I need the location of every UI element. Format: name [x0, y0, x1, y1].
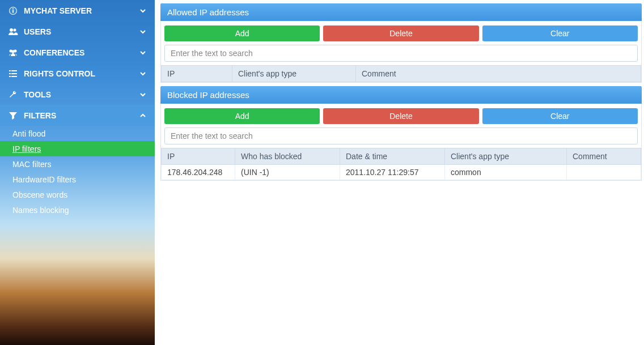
table-row[interactable]: 178.46.204.248 (UIN -1) 2011.10.27 11:29…	[162, 165, 641, 180]
svg-rect-2	[12, 10, 14, 12]
allowed-clear-button[interactable]: Clear	[482, 25, 638, 41]
sub-obscene-words[interactable]: Obscene words	[0, 187, 155, 202]
nav-conferences[interactable]: CONFERENCES	[0, 42, 155, 63]
cell-client-type: common	[445, 165, 567, 180]
col-client-type[interactable]: Client's app type	[445, 148, 567, 165]
chevron-down-icon	[139, 28, 147, 36]
col-ip[interactable]: IP	[162, 66, 232, 82]
cell-who: (UIN -1)	[235, 165, 340, 180]
col-who[interactable]: Who has blocked	[235, 148, 340, 165]
allowed-panel-body: Add Delete Clear IP Client's app type Co…	[160, 21, 642, 83]
nav-users[interactable]: USERS	[0, 21, 155, 42]
allowed-delete-button[interactable]: Delete	[323, 25, 478, 41]
svg-rect-13	[9, 76, 11, 77]
group-icon	[8, 48, 18, 58]
nav-tools[interactable]: TOOLS	[0, 84, 155, 105]
sub-hardwareid-filters[interactable]: HardwareID filters	[0, 172, 155, 187]
col-client-type[interactable]: Client's app type	[232, 66, 356, 82]
nav-filters[interactable]: FILTERS	[0, 105, 155, 126]
cell-ip: 178.46.204.248	[162, 165, 235, 180]
nav-label: MYCHAT SERVER	[24, 6, 92, 15]
nav-mychat-server[interactable]: MYCHAT SERVER	[0, 0, 155, 21]
svg-rect-9	[9, 70, 11, 71]
cell-datetime: 2011.10.27 11:29:57	[340, 165, 445, 180]
allowed-toolbar: Add Delete Clear	[161, 21, 641, 45]
chevron-up-icon	[139, 112, 147, 120]
blocked-search-input[interactable]	[164, 127, 638, 144]
blocked-delete-button[interactable]: Delete	[323, 108, 478, 124]
allowed-add-button[interactable]: Add	[164, 25, 320, 41]
allowed-panel-title: Allowed IP addresses	[160, 3, 642, 21]
svg-rect-12	[11, 73, 17, 74]
svg-point-4	[10, 28, 13, 32]
blocked-table: IP Who has blocked Date & time Client's …	[161, 148, 641, 180]
svg-rect-10	[11, 70, 17, 71]
cell-comment	[567, 165, 641, 180]
col-comment[interactable]: Comment	[356, 66, 641, 82]
nav-label: USERS	[24, 27, 51, 36]
filter-icon	[8, 110, 18, 121]
sub-mac-filters[interactable]: MAC filters	[0, 156, 155, 172]
wrench-icon	[8, 90, 18, 100]
col-datetime[interactable]: Date & time	[340, 148, 445, 165]
svg-point-8	[11, 50, 15, 53]
blocked-clear-button[interactable]: Clear	[482, 108, 638, 124]
chevron-down-icon	[139, 7, 147, 15]
blocked-toolbar: Add Delete Clear	[161, 104, 641, 127]
svg-rect-11	[9, 73, 11, 74]
allowed-search-input[interactable]	[164, 45, 638, 62]
blocked-panel-body: Add Delete Clear IP Who has blocked Date…	[160, 104, 642, 181]
users-icon	[8, 27, 18, 37]
chevron-down-icon	[139, 70, 147, 78]
col-ip[interactable]: IP	[162, 148, 235, 165]
nav-label: TOOLS	[24, 90, 51, 99]
blocked-panel: Blocked IP addresses Add Delete Clear IP…	[160, 86, 642, 181]
allowed-panel: Allowed IP addresses Add Delete Clear IP…	[160, 3, 642, 83]
svg-rect-14	[11, 76, 17, 77]
sub-names-blocking[interactable]: Names blocking	[0, 202, 155, 218]
svg-point-5	[14, 28, 16, 31]
info-icon	[8, 6, 18, 16]
nav-label: RIGHTS CONTROL	[24, 69, 95, 78]
nav-label: CONFERENCES	[24, 48, 84, 57]
chevron-down-icon	[139, 49, 147, 57]
svg-point-3	[12, 8, 14, 9]
allowed-table: IP Client's app type Comment	[161, 65, 641, 82]
chevron-down-icon	[139, 91, 147, 99]
col-comment[interactable]: Comment	[567, 148, 641, 165]
nav-rights-control[interactable]: RIGHTS CONTROL	[0, 63, 155, 84]
blocked-add-button[interactable]: Add	[164, 108, 320, 124]
list-icon	[8, 69, 18, 79]
nav-label: FILTERS	[24, 111, 56, 120]
sub-anti-flood[interactable]: Anti flood	[0, 126, 155, 141]
sidebar: MYCHAT SERVER USERS CONFERENCES RIGHTS C…	[0, 0, 155, 345]
main-content: Allowed IP addresses Add Delete Clear IP…	[155, 0, 644, 345]
sub-ip-filters[interactable]: IP filters	[0, 141, 155, 156]
blocked-panel-title: Blocked IP addresses	[160, 86, 642, 104]
